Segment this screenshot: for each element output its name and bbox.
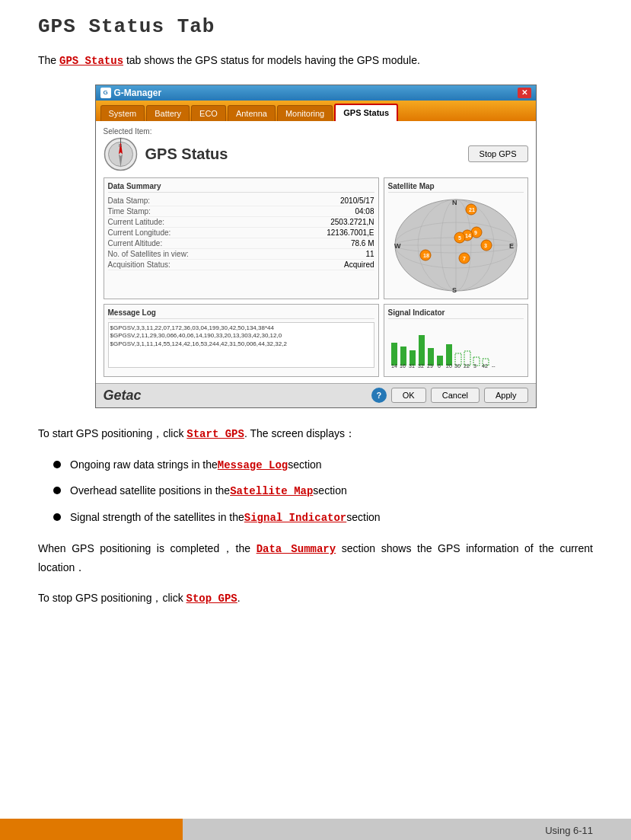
bullet-0-before: Ongoing raw data strings in the	[70, 456, 218, 474]
para3-after: .	[237, 592, 241, 604]
body-para-1: To start GPS positioning，click Start GPS…	[38, 425, 593, 444]
svg-text:9: 9	[474, 230, 477, 235]
data-row-2: Current Latitude: 2503.2721,N	[108, 217, 374, 228]
titlebar-left: G G-Manager	[100, 88, 162, 98]
body-para-2: When GPS positioning is completed，the Da…	[38, 540, 593, 577]
getac-logo: Getac	[104, 388, 142, 404]
bullet-item-0: Ongoing raw data strings in the Message …	[53, 456, 593, 475]
message-log-content: $GPGSV,3,3,11,22,07,172,36,03,04,199,30,…	[108, 322, 374, 368]
close-button[interactable]: ✕	[518, 88, 531, 98]
svg-text:7: 7	[463, 256, 466, 261]
para2-before: When GPS positioning is completed，the	[38, 542, 257, 554]
bottom-two-col: Message Log $GPGSV,3,3,11,22,07,172,36,0…	[104, 304, 528, 377]
svg-text:14: 14	[465, 233, 471, 238]
cancel-button[interactable]: Cancel	[431, 388, 480, 403]
bullet-item-2: Signal strength of the satellites in the…	[53, 509, 593, 528]
bullet-1-after: section	[313, 482, 346, 500]
satellite-map-area: N S E W 21 9 14	[391, 196, 521, 295]
screenshot-container: G G-Manager ✕ System Battery ECO Antenna…	[38, 85, 593, 408]
tab-antenna[interactable]: Antenna	[228, 105, 276, 121]
gmanager-window: G G-Manager ✕ System Battery ECO Antenna…	[95, 85, 537, 408]
bullet-dot-2	[53, 513, 61, 521]
stop-gps-highlight: Stop GPS	[186, 592, 237, 605]
signal-bars-container: 14 16 31 32 29 6 20 30 22 3 42	[388, 322, 524, 372]
data-summary-title: Data Summary	[108, 182, 374, 193]
data-summary-highlight: Data Summary	[257, 543, 336, 555]
gmanager-footer: Getac ? OK Cancel Apply	[96, 383, 536, 407]
gps-status-left: N GPS Status	[104, 137, 228, 171]
main-two-col: Data Summary Data Stamp: 2010/5/17 Time …	[104, 177, 528, 299]
window-title: G-Manager	[114, 88, 162, 98]
page-footer	[0, 819, 631, 840]
footer-orange-bar	[0, 819, 183, 840]
tab-system[interactable]: System	[100, 105, 145, 121]
bullet-1-before: Overhead satellite positions in the	[70, 482, 230, 500]
start-gps-highlight: Start GPS	[186, 428, 244, 440]
data-row-0: Data Stamp: 2010/5/17	[108, 196, 374, 206]
tabs-bar: System Battery ECO Antenna Monitoring GP…	[96, 101, 536, 121]
satellite-map-title: Satellite Map	[388, 182, 524, 193]
svg-text:42: 42	[482, 363, 488, 369]
tab-eco[interactable]: ECO	[191, 105, 226, 121]
svg-text:5: 5	[458, 235, 461, 241]
svg-text:32: 32	[418, 363, 424, 369]
gmanager-body: Selected Item: N	[96, 121, 536, 383]
body-para-3: To stop GPS positioning，click Stop GPS.	[38, 589, 593, 608]
selected-item-label: Selected Item:	[104, 127, 528, 136]
svg-text:W: W	[394, 242, 401, 250]
svg-text:16: 16	[400, 363, 406, 369]
signal-indicator-box: Signal Indicator	[384, 304, 528, 377]
svg-text:N: N	[119, 143, 122, 148]
titlebar: G G-Manager ✕	[96, 85, 536, 101]
apply-button[interactable]: Apply	[484, 388, 528, 403]
bullet-dot-0	[53, 461, 61, 468]
bullet-2-after: section	[346, 509, 380, 527]
svg-rect-34	[419, 335, 425, 366]
data-row-5: No. of Satellites in view: 11	[108, 249, 374, 260]
data-summary-box: Data Summary Data Stamp: 2010/5/17 Time …	[104, 177, 379, 299]
data-row-1: Time Stamp: 04:08	[108, 206, 374, 217]
footer-buttons: ? OK Cancel Apply	[371, 388, 528, 403]
app-icon: G	[100, 88, 111, 98]
svg-text:22: 22	[464, 363, 470, 369]
svg-text:31: 31	[409, 363, 415, 369]
bullet-2-before: Signal strength of the satellites in the	[70, 509, 244, 527]
svg-text:30: 30	[454, 363, 461, 369]
svg-text:21: 21	[469, 207, 475, 212]
svg-text:3: 3	[484, 243, 487, 248]
bullet-dot-1	[53, 487, 61, 494]
signal-indicator-title: Signal Indicator	[388, 308, 524, 319]
ok-button[interactable]: OK	[391, 388, 426, 403]
gps-status-header: N GPS Status Stop GPS	[104, 137, 528, 171]
data-row-4: Current Altitude: 78.6 M	[108, 238, 374, 249]
help-button[interactable]: ?	[371, 388, 387, 403]
svg-text:29: 29	[427, 363, 433, 369]
satellite-globe: N S E W 21 9 14	[391, 196, 521, 295]
tab-gps-status[interactable]: GPS Status	[334, 104, 398, 121]
svg-text:6: 6	[438, 363, 441, 369]
tab-battery[interactable]: Battery	[146, 105, 190, 121]
intro-paragraph: The GPS Status tab shows the GPS status …	[38, 52, 593, 71]
para1-before: To start GPS positioning，click	[38, 427, 186, 439]
gps-status-title: GPS Status	[145, 145, 228, 163]
message-log-highlight: Message Log	[218, 457, 288, 475]
intro-highlight: GPS Status	[59, 55, 123, 67]
svg-rect-31	[391, 343, 397, 366]
satellite-map-box: Satellite Map	[384, 177, 528, 299]
satellite-map-highlight: Satellite Map	[230, 483, 313, 501]
bullet-0-after: section	[288, 456, 321, 474]
svg-text:--: --	[492, 363, 496, 369]
stop-gps-button[interactable]: Stop GPS	[468, 145, 528, 162]
tab-monitoring[interactable]: Monitoring	[277, 105, 333, 121]
intro-after: tab shows the GPS status for models havi…	[123, 54, 420, 66]
svg-text:N: N	[452, 199, 457, 206]
bullet-item-1: Overhead satellite positions in the Sate…	[53, 482, 593, 501]
compass-icon: N	[104, 137, 138, 171]
data-row-6: Acquisition Status: Acquired	[108, 260, 374, 270]
message-log-title: Message Log	[108, 308, 374, 319]
signal-indicator-highlight: Signal Indicator	[244, 509, 346, 528]
para3-before: To stop GPS positioning，click	[38, 592, 186, 604]
bullet-list: Ongoing raw data strings in the Message …	[53, 456, 593, 528]
svg-text:S: S	[452, 286, 457, 294]
svg-text:18: 18	[423, 253, 429, 258]
